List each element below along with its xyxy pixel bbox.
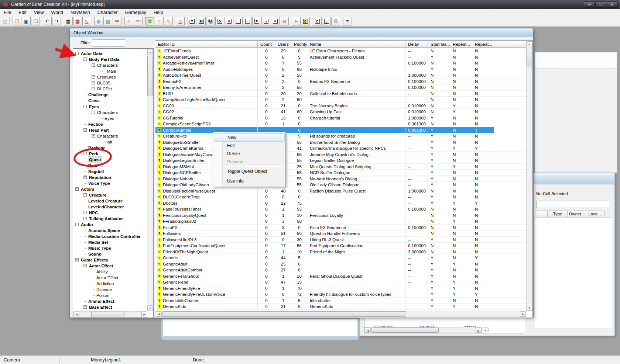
scroll-left-icon[interactable]: ◀ (156, 311, 162, 317)
world-icon[interactable]: ◍ (94, 17, 103, 25)
scroll-up-icon[interactable]: ▲ (147, 49, 153, 55)
table-row[interactable]: ?FadeToCreditsTimer01550.100000NNN (155, 206, 526, 212)
cube-m-icon[interactable]: M (197, 17, 206, 25)
table-row[interactable]: ?DialogueMSMini25Mini Quests Dialog and … (155, 164, 526, 170)
collapse-icon[interactable]: - (92, 111, 95, 114)
expand-icon[interactable]: + (92, 75, 95, 79)
box-h-icon[interactable]: H (225, 17, 233, 25)
collapse-icon[interactable]: - (75, 187, 79, 191)
landscape-icon[interactable]: ▨ (103, 17, 112, 25)
table-row[interactable]: ?FFradioSignals020350--NYN (155, 218, 526, 225)
collapse-icon[interactable]: - (83, 105, 87, 108)
expand-icon[interactable]: + (83, 217, 87, 220)
dialogue-icon[interactable]: ○ (155, 17, 164, 25)
undo-icon[interactable]: ↶ (43, 17, 52, 25)
table-row[interactable]: ?GenericIdleChatter015Idle chatter--YNN (155, 298, 526, 304)
context-menu-item-new[interactable]: New (214, 134, 285, 142)
table-row[interactable]: ?AutoDocTimerQuest02551.000000NNN (155, 72, 526, 79)
save-icon[interactable]: ▣ (22, 17, 31, 25)
context-menu-item-delete[interactable]: Delete (214, 150, 285, 158)
minimize-button[interactable]: ─ (584, 1, 595, 8)
collapse-icon[interactable]: - (83, 264, 87, 267)
category-tree[interactable]: -Actor Data-Body Part Data-Characters_Ma… (73, 49, 147, 311)
scroll-right-icon[interactable]: ▶ (520, 311, 526, 317)
table-row[interactable]: ?DialogueOldLadyGibson03155Old Lady Gibs… (155, 182, 526, 188)
redo-icon[interactable]: ↷ (52, 17, 61, 25)
collapse-icon[interactable]: - (75, 223, 79, 226)
data-files-icon[interactable]: ▤ (1, 17, 10, 25)
scroll-down-icon[interactable]: ▼ (483, 327, 489, 332)
expand-icon[interactable]: + (92, 81, 95, 84)
scrollbar-thumb[interactable] (527, 48, 532, 66)
table-row[interactable]: ?Generic0445--YNY (155, 255, 526, 261)
column-header-users[interactable]: Users (275, 41, 291, 48)
table-row[interactable]: ?FerociousLoyaltyQuest0110Ferocious Loya… (155, 212, 526, 219)
scroll-right-icon[interactable]: ▶ (476, 327, 482, 333)
filter-input[interactable] (92, 39, 125, 47)
context-menu-item-edit[interactable]: Edit (214, 142, 285, 150)
collapse-icon[interactable]: - (75, 52, 79, 55)
table-row[interactable]: ?AudioHolotapes0090Holotape Infos--YNN (155, 66, 526, 73)
table-row[interactable]: ?DialogueNobark55No-bark Noonan's Dialog… (155, 176, 526, 182)
table-row[interactable]: ?BH0102020Collectable Bobbleheads--NNN (155, 91, 526, 97)
table-row[interactable]: ?ComplexSceneScriptPS30100.001000NNN (155, 121, 526, 127)
circle-m-icon[interactable]: M (206, 17, 215, 25)
column-header-blank[interactable] (494, 41, 526, 48)
scrollbar-thumb[interactable] (91, 312, 124, 317)
table-row[interactable]: ?DialogueNCRSniffer55NCR Sniffer Dialogu… (155, 170, 526, 176)
column-header-repeat[interactable]: Repeat... (472, 41, 494, 48)
maximize-button[interactable]: □ (595, 1, 606, 8)
table-row[interactable]: ?BeatrixFX020Beatrix FX Sequence0.100000… (155, 79, 526, 85)
snap-reference-icon[interactable]: ▦ (73, 17, 82, 25)
lights-icon[interactable]: ☀ (124, 17, 133, 25)
expand-icon[interactable]: + (83, 152, 87, 155)
table-row[interactable]: ?AchievementQuest005Achievement Tracking… (155, 54, 526, 60)
collapse-icon[interactable]: - (83, 128, 87, 132)
menu-navmesh[interactable]: NavMesh (67, 9, 94, 16)
table-row[interactable]: ?1EExtraFiends02901E Extra Characters - … (155, 48, 526, 54)
box-c-icon[interactable]: C (313, 17, 322, 25)
scrollbar-thumb[interactable] (371, 327, 439, 333)
expand-icon[interactable]: + (83, 193, 87, 197)
cell-list-hscrollbar[interactable]: ◀ ▶ (364, 327, 482, 333)
pencil-icon[interactable]: ✎ (164, 17, 173, 25)
open-icon[interactable]: ❐ (13, 17, 21, 25)
context-menu-item-toggle-quest-object[interactable]: Toggle Quest Object (214, 167, 285, 176)
unlink-icon[interactable]: ⊘ (280, 17, 289, 25)
table-row[interactable]: ?BennyToArenaTimer02550.100000NNN (155, 84, 526, 91)
scroll-left-icon[interactable]: ◀ (365, 327, 371, 333)
circle-c-icon[interactable]: © (331, 17, 340, 25)
box-in-box-icon[interactable]: ▫ (243, 17, 252, 25)
object-window-title-bar[interactable]: Object Window (70, 28, 533, 37)
table-hscrollbar[interactable]: ◀ ▶ (155, 311, 526, 317)
navmesh-icon[interactable]: △ (176, 17, 185, 25)
table-row[interactable]: ?CreatureHits5Hit sounds for creatures--… (155, 133, 526, 139)
scroll-right-icon[interactable]: ▶ (141, 312, 147, 317)
cell-view-header-owner[interactable]: Owner... (568, 211, 586, 217)
havok-icon[interactable]: HK (113, 17, 121, 25)
table-vscrollbar[interactable]: ▲ ▼ (526, 41, 532, 311)
column-header-start-ga[interactable]: Start Ga... (428, 41, 450, 48)
table-row[interactable]: ?DialogueJeannieMayCrawford55Jeannie May… (155, 152, 526, 158)
table-row[interactable]: ?GenericFriendlyFire0170--YYN (155, 285, 526, 292)
table-row[interactable]: ?CampSearchlightAstorBarkQuest0250--NNN (155, 97, 526, 103)
box-p-icon[interactable]: P (252, 17, 261, 25)
tree-hscrollbar[interactable]: ◀ ▶ (73, 311, 147, 318)
expand-icon[interactable]: + (83, 176, 87, 179)
sky-icon[interactable]: SKY (134, 17, 143, 25)
table-row[interactable]: ?Followers05150Quest to Handle Followers… (155, 230, 526, 237)
collapse-icon[interactable]: - (92, 134, 95, 138)
scrollbar-thumb[interactable] (147, 56, 153, 96)
table-row[interactable]: ?GenericFriendlyFireCustomVoice0072Frien… (155, 291, 526, 298)
table-row[interactable]: ?DialogueCrimeKarma41Crime/Karma dialogu… (155, 145, 526, 152)
cell-filter-input[interactable] (536, 201, 609, 208)
menu-character[interactable]: Character (94, 9, 121, 16)
box-arrow-icon[interactable]: ↘ (261, 17, 270, 25)
close-button[interactable]: ✕ (607, 1, 618, 8)
cube-icon[interactable] (234, 17, 243, 25)
table-row[interactable]: ?CG0204160Growing Up Fast0.010000NYN (155, 109, 526, 115)
expand-icon[interactable]: + (83, 305, 87, 309)
expand-icon[interactable]: + (83, 211, 87, 214)
menu-help[interactable]: Help (150, 9, 167, 16)
table-row[interactable]: ?DisguiseFactionPulseQuest0400Faction Di… (155, 188, 526, 194)
